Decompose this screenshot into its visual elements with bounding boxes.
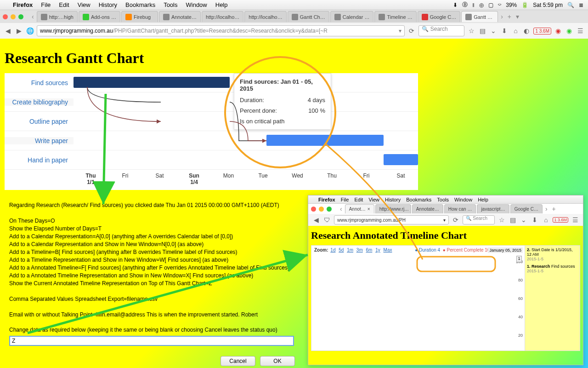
airplay-icon[interactable]: ▢: [488, 2, 493, 8]
tab-scroll-right[interactable]: ›: [499, 13, 505, 20]
tab-4[interactable]: http://localho…: [202, 11, 243, 22]
gantt-row-find-sources[interactable]: Find sources: [5, 73, 418, 92]
download-button[interactable]: ⬇: [500, 27, 509, 35]
tab-7[interactable]: Calendar …: [330, 11, 374, 22]
menu-history[interactable]: History: [385, 197, 401, 202]
download-icon[interactable]: ⬇: [453, 2, 458, 8]
tab-5[interactable]: http://localho…: [244, 11, 286, 22]
gantt-bar[interactable]: [74, 77, 230, 88]
close-window-button[interactable]: [3, 14, 8, 19]
window-controls[interactable]: [311, 207, 332, 212]
zoom-option[interactable]: 1y: [375, 247, 380, 253]
tab-list-button[interactable]: ▾: [514, 13, 521, 20]
gantt-row-write-paper[interactable]: Write paper: [5, 131, 418, 150]
pocket-icon[interactable]: ⌄: [489, 27, 498, 35]
annotation-item[interactable]: 1. Research Find sources2015-1-5: [527, 264, 578, 273]
back-button[interactable]: ◀: [312, 216, 320, 224]
nested-tab-3[interactable]: How can …: [444, 204, 476, 213]
app-name[interactable]: Firefox: [13, 1, 33, 8]
nested-tab-2[interactable]: Annotate…: [412, 204, 443, 213]
tab-3[interactable]: Annotate…: [159, 11, 201, 22]
zoom-option[interactable]: 3m: [356, 247, 363, 253]
menu-button[interactable]: ☰: [571, 216, 579, 224]
menu-edit[interactable]: Edit: [354, 197, 363, 202]
menu-view[interactable]: View: [368, 197, 379, 202]
addon-icon-red[interactable]: ◉: [554, 27, 562, 35]
forward-button[interactable]: ▶: [15, 27, 23, 35]
flag-marker-1[interactable]: 1: [516, 256, 522, 262]
badge-counter[interactable]: 1 3.6M: [533, 28, 551, 34]
reload-button[interactable]: ⟳: [452, 216, 460, 224]
gantt-row-outline-paper[interactable]: Outline paper: [5, 112, 418, 131]
tab-0[interactable]: http:…high: [37, 11, 78, 22]
gantt-row-create-bibliography[interactable]: Create bibliography: [5, 92, 418, 112]
menu-edit[interactable]: Edit: [59, 1, 69, 8]
gantt-chart[interactable]: Find sources Create bibliography Outline…: [5, 73, 418, 190]
clock[interactable]: Sat 5:59 pm: [533, 2, 563, 8]
tab-10[interactable]: Gantt …: [461, 11, 498, 22]
clipboard-icon[interactable]: ▤: [509, 216, 517, 224]
tab-scroll-right[interactable]: ›: [543, 205, 549, 213]
dropdown-icon[interactable]: ▾: [399, 28, 401, 34]
cancel-button[interactable]: Cancel: [220, 356, 255, 366]
tab-6[interactable]: Gantt Ch…: [288, 11, 329, 22]
status-icon-b[interactable]: Ⓑ: [462, 1, 468, 9]
new-tab-button[interactable]: +: [506, 13, 513, 20]
annotation-item[interactable]: 2. Start Date is 1/1/2015, 12 AM2015-1-5: [527, 247, 578, 261]
reload-button[interactable]: ⟳: [407, 27, 416, 35]
zoom-option[interactable]: Max: [384, 247, 392, 253]
tab-2[interactable]: Firebug: [121, 11, 158, 22]
gantt-bar[interactable]: [384, 154, 418, 165]
back-button[interactable]: ◀: [4, 27, 12, 35]
gantt-row-hand-in-paper[interactable]: Hand in paper: [5, 150, 418, 170]
menu-window[interactable]: Window: [186, 1, 207, 8]
tab-8[interactable]: Timeline …: [374, 11, 416, 22]
clipboard-icon[interactable]: ▤: [478, 27, 486, 35]
nested-tab-4[interactable]: javascript…: [477, 204, 509, 213]
minimize-window-button[interactable]: [11, 14, 16, 19]
badge-counter[interactable]: 1 3.6M: [553, 217, 568, 223]
menu-bookmarks[interactable]: Bookmarks: [125, 1, 155, 8]
nested-url-bar[interactable]: www.rjmprogramming.com.au/PH▾: [334, 215, 449, 224]
menu-button[interactable]: ☰: [576, 27, 584, 35]
menu-tools[interactable]: Tools: [164, 1, 177, 8]
nested-tab-0[interactable]: Annot…×: [345, 204, 374, 213]
addon-icon[interactable]: ◐: [522, 27, 531, 35]
tab-scroll-left[interactable]: ‹: [338, 205, 344, 213]
zoom-option[interactable]: 1m: [347, 247, 353, 253]
wifi-icon[interactable]: ⌔: [498, 2, 501, 8]
menu-file[interactable]: File: [341, 197, 349, 202]
nested-search-box[interactable]: 🔍 Search: [463, 215, 495, 224]
zoom-option[interactable]: 1d: [330, 247, 335, 253]
menu-view[interactable]: View: [78, 1, 90, 8]
annotated-timeline-chart[interactable]: Zoom: 1d 5d 1m 3m 6m 1y Max ● Duration 4…: [311, 245, 580, 351]
menu-window[interactable]: Window: [454, 197, 472, 202]
tab-1[interactable]: Add-ons …: [79, 11, 120, 22]
app-name[interactable]: Firefox: [318, 197, 335, 202]
window-controls[interactable]: [3, 14, 23, 19]
url-bar[interactable]: www.rjmprogramming.com.au/PHP/GanttChart…: [37, 25, 405, 36]
menu-list-icon[interactable]: ≣: [579, 2, 583, 8]
zoom-option[interactable]: 5d: [339, 247, 344, 253]
download-button[interactable]: ⬇: [531, 216, 539, 224]
bookmark-star-icon[interactable]: ☆: [467, 27, 475, 35]
home-button[interactable]: ⌂: [542, 216, 550, 224]
gantt-bar[interactable]: [266, 135, 384, 146]
new-tab-button[interactable]: +: [550, 205, 558, 213]
status-icon-target[interactable]: ◎: [479, 2, 484, 8]
home-button[interactable]: ⌂: [511, 27, 520, 35]
addon-icon-green[interactable]: ◉: [565, 27, 573, 35]
zoom-window-button[interactable]: [18, 14, 23, 19]
search-box[interactable]: 🔍 Search: [418, 25, 464, 36]
menu-tools[interactable]: Tools: [437, 197, 449, 202]
bookmark-star-icon[interactable]: ☆: [498, 216, 506, 224]
menu-help[interactable]: Help: [215, 1, 228, 8]
menu-bookmarks[interactable]: Bookmarks: [406, 197, 431, 202]
menu-help[interactable]: Help: [478, 197, 488, 202]
ok-button[interactable]: OK: [260, 356, 295, 366]
tab-scroll-left[interactable]: ‹: [30, 13, 36, 20]
spotlight-icon[interactable]: 🔍: [567, 2, 574, 8]
pocket-icon[interactable]: ⌄: [520, 216, 528, 224]
status-icon-bars[interactable]: ⦀: [472, 2, 475, 8]
menu-file[interactable]: File: [41, 1, 51, 8]
